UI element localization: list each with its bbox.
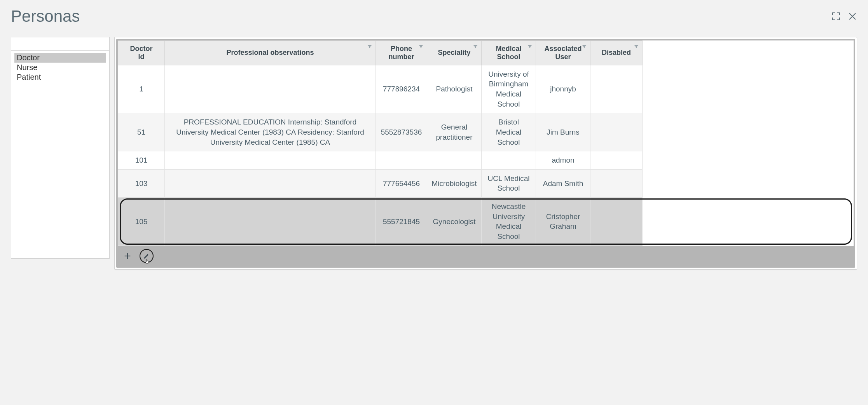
cell-school: Bristol Medical School [482, 113, 536, 151]
cell-dis [590, 169, 643, 197]
cell-phone: 5552873536 [376, 113, 427, 151]
expand-icon[interactable] [831, 12, 841, 21]
cell-user: Jim Burns [536, 113, 590, 151]
filter-icon[interactable] [418, 44, 424, 49]
content-area: DoctorNursePatient DoctoridProfessional … [11, 37, 857, 270]
cell-id: 51 [118, 113, 165, 151]
search-input[interactable] [15, 40, 105, 48]
page-title: Personas [11, 7, 80, 26]
cell-user: Adam Smith [536, 169, 590, 197]
column-header-spec[interactable]: Speciality [427, 41, 482, 65]
close-icon[interactable] [848, 12, 857, 21]
cell-school: University of Birmingham Medical School [482, 65, 536, 113]
column-header-label: Doctorid [130, 45, 153, 61]
sidebar-item-patient[interactable]: Patient [14, 72, 106, 82]
column-header-label: Professional observations [226, 49, 314, 57]
cell-phone: 777896234 [376, 65, 427, 113]
cell-id: 105 [118, 198, 165, 246]
column-header-label: Disabled [602, 49, 631, 57]
filter-icon[interactable] [527, 44, 533, 49]
search-wrap [11, 37, 109, 51]
cell-school [482, 151, 536, 170]
cell-phone: 777654456 [376, 169, 427, 197]
sidebar: DoctorNursePatient [11, 37, 110, 259]
cell-id: 1 [118, 65, 165, 113]
cell-dis [590, 113, 643, 151]
column-header-dis[interactable]: Disabled [590, 41, 643, 65]
header-actions [831, 12, 857, 21]
cell-dis [590, 198, 643, 246]
table-row[interactable]: 51PROFESSIONAL EDUCATION Internship: Sta… [118, 113, 854, 151]
cell-spec: General practitioner [427, 113, 482, 151]
cell-spec [427, 151, 482, 170]
cell-phone [376, 151, 427, 170]
table-row[interactable]: 103777654456MicrobiologistUCL Medical Sc… [118, 169, 854, 197]
persona-list: DoctorNursePatient [11, 51, 109, 258]
column-header-school[interactable]: MedicalSchool [482, 41, 536, 65]
edit-button[interactable] [140, 249, 154, 263]
filter-icon[interactable] [367, 44, 372, 49]
column-header-label: AssociatedUser [544, 45, 582, 61]
cell-school: Newcastle University Medical School [482, 198, 536, 246]
cell-user: Cristopher Graham [536, 198, 590, 246]
cell-dis [590, 65, 643, 113]
filter-icon[interactable] [634, 44, 639, 49]
cell-obs [165, 151, 376, 170]
sidebar-item-doctor[interactable]: Doctor [14, 53, 106, 63]
table-header-row: DoctoridProfessional observationsPhonenu… [118, 41, 854, 65]
column-header-phone[interactable]: Phonenumber [376, 41, 427, 65]
column-header-label: MedicalSchool [496, 45, 521, 61]
filter-icon[interactable] [473, 44, 478, 49]
cell-obs [165, 198, 376, 246]
column-header-obs[interactable]: Professional observations [165, 41, 376, 65]
table-row[interactable]: 1777896234PathologistUniversity of Birmi… [118, 65, 854, 113]
column-header-user[interactable]: AssociatedUser [536, 41, 590, 65]
cell-school: UCL Medical School [482, 169, 536, 197]
main-panel: DoctoridProfessional observationsPhonenu… [114, 37, 857, 270]
cell-id: 103 [118, 169, 165, 197]
table-row[interactable]: 101admon [118, 151, 854, 170]
cell-dis [590, 151, 643, 170]
cell-spec: Gynecologist [427, 198, 482, 246]
cursor-hand-icon [144, 258, 150, 265]
cell-user: jhonnyb [536, 65, 590, 113]
data-table: DoctoridProfessional observationsPhonenu… [118, 40, 854, 246]
table-row[interactable]: 105555721845GynecologistNewcastle Univer… [118, 198, 854, 246]
filter-icon[interactable] [582, 44, 587, 49]
cell-obs [165, 65, 376, 113]
column-header-id[interactable]: Doctorid [118, 41, 165, 65]
cell-id: 101 [118, 151, 165, 170]
cell-obs: PROFESSIONAL EDUCATION Internship: Stand… [165, 113, 376, 151]
table-body: 1777896234PathologistUniversity of Birmi… [118, 65, 854, 245]
table-toolbar [118, 246, 854, 266]
column-header-label: Speciality [438, 49, 470, 57]
cell-spec: Microbiologist [427, 169, 482, 197]
add-button[interactable] [123, 252, 132, 260]
cell-phone: 555721845 [376, 198, 427, 246]
cell-obs [165, 169, 376, 197]
page-header: Personas [11, 7, 857, 29]
table-wrap: DoctoridProfessional observationsPhonenu… [116, 39, 855, 268]
sidebar-item-nurse[interactable]: Nurse [14, 63, 106, 72]
column-header-label: Phonenumber [388, 45, 414, 61]
cell-user: admon [536, 151, 590, 170]
cell-spec: Pathologist [427, 65, 482, 113]
